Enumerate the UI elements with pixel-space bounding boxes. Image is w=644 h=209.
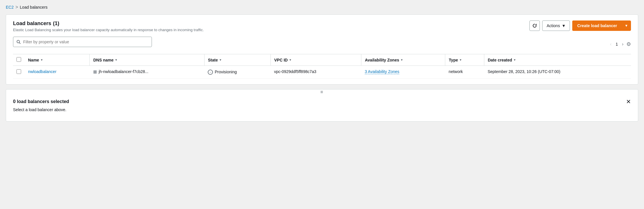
table-settings-button[interactable]: ⚙ [626,41,631,47]
pagination-next-button[interactable]: › [620,41,625,47]
create-load-balancer-button[interactable]: Create load balancer [572,20,622,31]
pagination-controls: ‹ 1 › ⚙ [608,41,631,47]
col-header-date-created: Date created ▼ [484,54,631,66]
search-input[interactable] [23,40,149,44]
pagination-page-number: 1 [614,42,619,46]
row-az-link[interactable]: 3 Availability Zones [365,69,400,74]
card-title: Load balancers [13,20,51,27]
row-date-value: September 28, 2023, 10:26 (UTC-07:00) [487,69,560,74]
row-name-link[interactable]: nwloadbalancer [28,69,56,74]
select-all-checkbox[interactable] [16,57,21,62]
row-state-value: Provisioning [215,69,237,74]
col-header-type: Type ▼ [445,54,484,66]
col-header-state: State ▼ [204,54,271,66]
card-title-block: Load balancers (1) Elastic Load Balancin… [13,20,204,32]
col-header-dns-name: DNS name ▼ [90,54,204,66]
card-header: Load balancers (1) Elastic Load Balancin… [13,20,631,32]
sort-icon-az: ▼ [400,58,403,61]
main-card: Load balancers (1) Elastic Load Balancin… [6,14,638,85]
sort-icon-name: ▼ [40,58,43,61]
breadcrumb: EC2 > Load balancers [6,5,638,10]
create-load-balancer-group: Create load balancer ▼ [572,20,631,31]
bottom-hint: Select a load balancer above. [13,107,631,117]
row-state-cell: ○ Provisioning [204,66,271,79]
row-checkbox-cell [13,66,25,79]
table-row: nwloadbalancer ▦ jh-nwloadbalancer-f7cb2… [13,66,631,79]
row-vpc-value: vpc-0929ddf5ff898c7a3 [274,69,316,74]
load-balancers-table: Name ▼ DNS name ▼ State ▼ [13,54,631,79]
pagination-prev-button[interactable]: ‹ [608,41,613,47]
header-actions: Actions ▼ Create load balancer ▼ [529,20,631,31]
row-type-cell: network [445,66,484,79]
actions-label: Actions [547,23,560,28]
row-date-cell: September 28, 2023, 10:26 (UTC-07:00) [484,66,631,79]
create-load-balancer-dropdown-button[interactable]: ▼ [622,20,631,31]
close-bottom-panel-button[interactable]: ✕ [626,98,631,105]
sort-icon-state: ▼ [219,58,222,61]
card-subtitle: Elastic Load Balancing scales your load … [13,28,204,32]
col-header-availability-zones: Availability Zones ▼ [361,54,445,66]
row-checkbox-0[interactable] [16,69,21,74]
col-header-name: Name ▼ [25,54,90,66]
create-dropdown-icon: ▼ [625,24,628,28]
sort-icon-vpc: ▼ [289,58,292,61]
provisioning-icon: ○ [208,70,213,75]
breadcrumb-current: Load balancers [20,5,48,10]
breadcrumb-ec2-link[interactable]: EC2 [6,5,14,10]
sort-icon-dns: ▼ [115,58,118,61]
row-dns-value: jh-nwloadbalancer-f7cb28... [99,69,148,74]
row-dns-cell: ▦ jh-nwloadbalancer-f7cb28... [90,66,204,79]
selected-count-title: 0 load balancers selected [13,99,69,104]
copy-dns-icon[interactable]: ▦ [93,69,97,74]
actions-dropdown-icon: ▼ [562,23,566,28]
search-bar[interactable] [13,37,152,47]
sort-icon-date: ▼ [513,58,516,61]
bottom-panel: ≡ 0 load balancers selected ✕ Select a l… [6,89,638,122]
row-vpc-cell: vpc-0929ddf5ff898c7a3 [271,66,361,79]
row-az-cell: 3 Availability Zones [361,66,445,79]
sort-icon-type: ▼ [459,58,462,61]
breadcrumb-separator: > [15,5,18,10]
drag-handle[interactable]: ≡ [6,89,638,95]
row-name-cell: nwloadbalancer [25,66,90,79]
search-icon [16,40,21,44]
bottom-bar: 0 load balancers selected ✕ [13,98,631,107]
select-all-header [13,54,25,66]
actions-button[interactable]: Actions ▼ [542,20,570,31]
svg-line-1 [19,43,21,44]
refresh-button[interactable] [529,20,540,31]
card-count: (1) [53,20,59,27]
row-type-value: network [449,69,463,74]
col-header-vpc-id: VPC ID ▼ [271,54,361,66]
refresh-icon [532,23,537,28]
